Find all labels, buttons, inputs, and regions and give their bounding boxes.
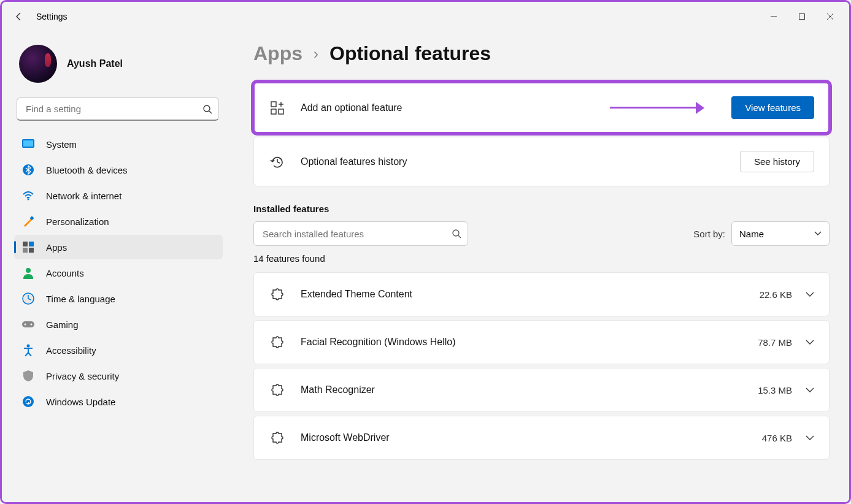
sidebar-item-label: Network & internet [46, 191, 121, 201]
svg-rect-1 [799, 14, 805, 20]
window-title: Settings [36, 12, 67, 21]
view-features-button[interactable]: View features [731, 96, 814, 119]
gamepad-icon [21, 318, 35, 331]
close-button[interactable] [816, 7, 844, 26]
chevron-down-icon [806, 340, 814, 345]
minimize-button[interactable] [760, 7, 788, 26]
apps-icon [21, 240, 35, 254]
search-input[interactable] [26, 104, 202, 114]
system-icon [21, 137, 35, 151]
back-button[interactable] [7, 4, 31, 29]
sidebar-item-label: Privacy & security [46, 371, 119, 381]
feature-row[interactable]: Microsoft WebDriver 476 KB [253, 416, 830, 460]
sidebar-item-label: Time & language [46, 294, 115, 304]
sidebar-item-label: Accessibility [46, 345, 96, 356]
svg-rect-5 [23, 140, 33, 147]
sidebar-item-label: System [46, 139, 77, 150]
svg-point-13 [26, 268, 31, 273]
sidebar-item-label: Gaming [46, 319, 79, 330]
sidebar-item-privacy[interactable]: Privacy & security [14, 364, 223, 388]
accessibility-icon [21, 343, 35, 357]
wifi-icon [21, 189, 35, 202]
feature-size: 78.7 MB [758, 337, 792, 348]
sidebar: Ayush Patel System Bluetooth & devices N… [2, 31, 229, 502]
sort-label: Sort by: [693, 229, 725, 239]
sidebar-item-label: Accounts [46, 268, 84, 278]
clock-globe-icon [21, 292, 35, 305]
svg-rect-20 [271, 102, 276, 107]
maximize-button[interactable] [788, 7, 816, 26]
search-settings[interactable] [17, 97, 219, 121]
sidebar-item-time-language[interactable]: Time & language [14, 286, 223, 311]
svg-rect-12 [29, 248, 34, 253]
see-history-button[interactable]: See history [740, 151, 814, 172]
svg-point-18 [27, 345, 30, 348]
sort-value: Name [739, 229, 764, 239]
sidebar-item-personalization[interactable]: Personalization [14, 209, 223, 234]
history-icon [269, 155, 286, 169]
feature-size: 15.3 MB [758, 385, 792, 395]
person-icon [21, 266, 35, 280]
history-label: Optional features history [301, 156, 407, 167]
annotation-arrow [610, 102, 704, 114]
svg-point-7 [28, 199, 29, 200]
profile[interactable]: Ayush Patel [14, 37, 223, 95]
breadcrumb-parent[interactable]: Apps [253, 42, 302, 65]
brush-icon [21, 215, 35, 228]
svg-rect-22 [279, 109, 283, 114]
feature-row[interactable]: Facial Recognition (Windows Hello) 78.7 … [253, 320, 830, 364]
bluetooth-icon [21, 163, 35, 177]
sidebar-item-apps[interactable]: Apps [14, 235, 223, 259]
sidebar-item-system[interactable]: System [14, 132, 223, 156]
main-content: Apps › Optional features Add an optional… [229, 31, 849, 502]
shield-icon [21, 369, 35, 383]
feature-row[interactable]: Extended Theme Content 22.6 KB [253, 272, 830, 316]
feature-size: 476 KB [762, 433, 792, 443]
feature-name: Extended Theme Content [301, 289, 412, 300]
feature-row[interactable]: Math Recognizer 15.3 MB [253, 368, 830, 412]
search-icon [202, 104, 212, 114]
feature-name: Microsoft WebDriver [301, 432, 390, 443]
svg-line-3 [209, 111, 212, 113]
sidebar-item-label: Personalization [46, 216, 109, 227]
chevron-down-icon [806, 388, 814, 393]
search-installed-features[interactable] [253, 221, 468, 246]
svg-point-23 [453, 230, 459, 236]
titlebar: Settings [2, 2, 849, 31]
puzzle-icon [269, 383, 286, 397]
installed-header: Installed features [253, 204, 830, 214]
sidebar-item-accounts[interactable]: Accounts [14, 261, 223, 285]
sidebar-item-label: Apps [46, 242, 67, 253]
search-icon [452, 229, 461, 239]
svg-point-2 [204, 105, 210, 112]
sidebar-item-accessibility[interactable]: Accessibility [14, 338, 223, 362]
svg-point-19 [23, 396, 34, 407]
chevron-right-icon: › [314, 45, 318, 63]
svg-rect-11 [23, 248, 28, 253]
chevron-down-icon [814, 231, 822, 236]
sidebar-item-network[interactable]: Network & internet [14, 183, 223, 208]
svg-point-17 [31, 324, 33, 326]
puzzle-icon [269, 431, 286, 445]
sidebar-item-gaming[interactable]: Gaming [14, 312, 223, 337]
feature-name: Math Recognizer [301, 384, 375, 395]
add-feature-label: Add an optional feature [301, 102, 402, 113]
puzzle-icon [269, 335, 286, 349]
feature-name: Facial Recognition (Windows Hello) [301, 337, 456, 348]
svg-rect-21 [271, 109, 276, 114]
svg-rect-10 [29, 242, 34, 246]
chevron-down-icon [806, 435, 814, 441]
svg-point-16 [25, 324, 26, 326]
add-tile-icon [269, 101, 286, 115]
svg-line-24 [458, 235, 461, 238]
avatar [19, 45, 57, 83]
sidebar-item-bluetooth[interactable]: Bluetooth & devices [14, 158, 223, 182]
history-card: Optional features history See history [253, 137, 830, 186]
features-found-count: 14 features found [253, 253, 830, 264]
sidebar-item-windows-update[interactable]: Windows Update [14, 389, 223, 414]
sidebar-item-label: Bluetooth & devices [46, 165, 128, 175]
sidebar-item-label: Windows Update [46, 397, 115, 407]
add-feature-card: Add an optional feature View features [253, 82, 830, 133]
sort-select[interactable]: Name [731, 221, 830, 246]
search-installed-input[interactable] [263, 229, 452, 239]
